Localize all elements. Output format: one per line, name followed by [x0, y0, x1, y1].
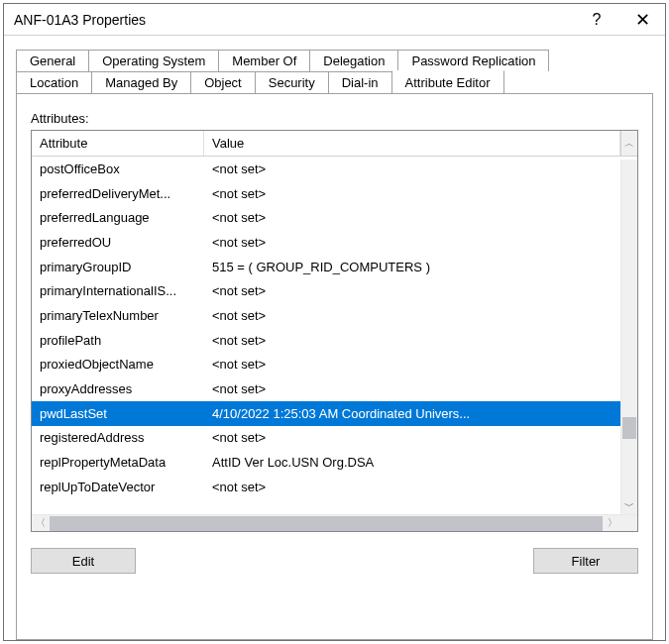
vertical-scrollbar[interactable]: ﹀: [620, 160, 637, 514]
cell-value: 4/10/2022 1:25:03 AM Coordinated Univers…: [212, 406, 637, 421]
col-attribute[interactable]: Attribute: [32, 131, 204, 156]
cell-attribute: primaryTelexNumber: [40, 308, 212, 323]
cell-value: <not set>: [212, 381, 637, 396]
cell-value: <not set>: [212, 161, 637, 176]
cell-value: <not set>: [212, 480, 637, 494]
cell-attribute: replPropertyMetaData: [40, 455, 212, 470]
cell-value: <not set>: [212, 308, 637, 323]
scroll-corner: [620, 515, 637, 532]
tab-member-of[interactable]: Member Of: [218, 50, 310, 71]
cell-value: <not set>: [212, 210, 637, 225]
window-title: ANF-01A3 Properties: [4, 12, 574, 28]
table-row[interactable]: primaryInternationalIS...<not set>: [32, 278, 637, 303]
tabrow-2: Location Managed By Object Security Dial…: [16, 71, 653, 94]
help-button[interactable]: ?: [574, 4, 619, 36]
cell-attribute: preferredLanguage: [40, 210, 212, 225]
properties-window: ANF-01A3 Properties ? ✕ General Operatin…: [3, 3, 666, 641]
scroll-down-button[interactable]: ﹀: [621, 497, 637, 514]
table-row[interactable]: postOfficeBox<not set>: [32, 157, 637, 181]
cell-value: AttID Ver Loc.USN Org.DSA: [212, 455, 637, 470]
cell-attribute: preferredOU: [40, 235, 212, 250]
table-row[interactable]: primaryGroupID515 = ( GROUP_RID_COMPUTER…: [32, 255, 637, 279]
tab-location[interactable]: Location: [16, 71, 92, 94]
cell-attribute: pwdLastSet: [40, 406, 212, 421]
tab-attribute-editor[interactable]: Attribute Editor: [391, 70, 504, 94]
scroll-up-button[interactable]: ︿: [620, 131, 637, 156]
cell-attribute: proxyAddresses: [40, 381, 212, 396]
tab-delegation[interactable]: Delegation: [309, 50, 398, 71]
scroll-right-button[interactable]: 〉: [604, 515, 620, 532]
col-value[interactable]: Value: [204, 131, 620, 156]
cell-value: <not set>: [212, 283, 637, 298]
cell-value: 515 = ( GROUP_RID_COMPUTERS ): [212, 260, 637, 274]
cell-attribute: primaryGroupID: [40, 260, 212, 274]
vertical-scroll-thumb[interactable]: [622, 417, 636, 439]
table-row[interactable]: pwdLastSet4/10/2022 1:25:03 AM Coordinat…: [32, 401, 637, 426]
scroll-left-button[interactable]: 〈: [32, 515, 49, 532]
table-row[interactable]: replUpToDateVector<not set>: [32, 475, 637, 499]
tab-password-replication[interactable]: Password Replication: [397, 50, 549, 71]
horizontal-scroll-thumb[interactable]: [50, 516, 603, 531]
tab-operating-system[interactable]: Operating System: [88, 50, 219, 71]
cell-value: <not set>: [212, 235, 637, 250]
column-headers: Attribute Value ︿: [32, 131, 637, 157]
cell-attribute: registeredAddress: [40, 430, 212, 445]
tab-security[interactable]: Security: [255, 71, 329, 94]
table-row[interactable]: primaryTelexNumber<not set>: [32, 303, 637, 328]
tab-object[interactable]: Object: [190, 71, 256, 94]
rows-container: postOfficeBox<not set>preferredDeliveryM…: [32, 157, 637, 514]
cell-attribute: replUpToDateVector: [40, 480, 212, 494]
table-row[interactable]: proxiedObjectName<not set>: [32, 353, 637, 377]
cell-value: <not set>: [212, 333, 637, 348]
cell-attribute: proxiedObjectName: [40, 357, 212, 372]
table-row[interactable]: registeredAddress<not set>: [32, 426, 637, 451]
edit-button[interactable]: Edit: [31, 548, 136, 574]
tabrow-1: General Operating System Member Of Deleg…: [16, 50, 653, 71]
actions: Edit Filter: [31, 532, 638, 574]
cell-attribute: primaryInternationalIS...: [40, 283, 212, 298]
tab-dial-in[interactable]: Dial-in: [328, 71, 392, 94]
cell-value: <not set>: [212, 186, 637, 201]
attributes-list: Attribute Value ︿ postOfficeBox<not set>…: [31, 130, 638, 532]
table-row[interactable]: replPropertyMetaData AttID Ver Loc.USN O…: [32, 450, 637, 475]
filter-button[interactable]: Filter: [533, 548, 638, 574]
cell-value: <not set>: [212, 357, 637, 372]
cell-attribute: postOfficeBox: [40, 161, 212, 176]
cell-attribute: profilePath: [40, 333, 212, 348]
content: General Operating System Member Of Deleg…: [4, 36, 665, 640]
tab-general[interactable]: General: [16, 50, 89, 71]
tab-body: Attributes: Attribute Value ︿ postOffice…: [16, 93, 653, 640]
table-row[interactable]: profilePath<not set>: [32, 328, 637, 353]
tab-managed-by[interactable]: Managed By: [91, 71, 191, 94]
close-button[interactable]: ✕: [619, 4, 665, 36]
horizontal-scrollbar[interactable]: 〈 〉: [32, 514, 637, 531]
cell-value: <not set>: [212, 430, 637, 445]
table-row[interactable]: preferredLanguage<not set>: [32, 205, 637, 230]
cell-attribute: preferredDeliveryMet...: [40, 186, 212, 201]
table-row[interactable]: preferredDeliveryMet...<not set>: [32, 181, 637, 206]
titlebar: ANF-01A3 Properties ? ✕: [4, 4, 665, 36]
table-row[interactable]: proxyAddresses<not set>: [32, 376, 637, 401]
table-row[interactable]: preferredOU<not set>: [32, 230, 637, 255]
attributes-label: Attributes:: [31, 111, 638, 126]
